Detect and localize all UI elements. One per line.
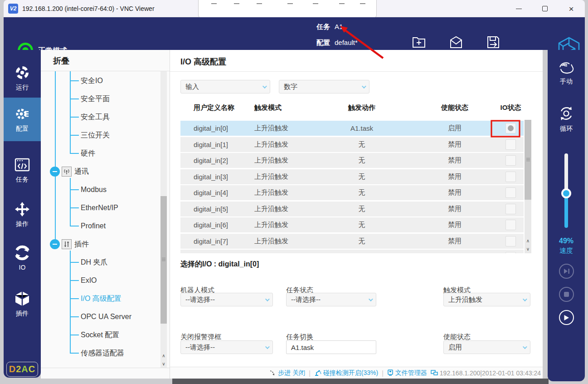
speed-slider-knob[interactable] xyxy=(561,188,571,198)
io-table: digital_in[0]上升沿触发A1.task启用digital_in[1]… xyxy=(180,120,524,253)
io-state-indicator[interactable] xyxy=(505,155,516,166)
io-state-indicator[interactable] xyxy=(505,252,516,253)
sidebar-item-plugin[interactable]: 插件 xyxy=(4,282,41,326)
manual-mode-button[interactable]: 手动 xyxy=(548,60,585,86)
io-state-indicator[interactable] xyxy=(505,139,516,150)
sidebar-item-operate[interactable]: 操作 xyxy=(4,193,41,236)
tree-scroll-down-icon[interactable]: ∨ xyxy=(160,360,167,368)
close-button[interactable]: × xyxy=(567,4,576,13)
tree-collapse-header[interactable]: 折叠 xyxy=(53,55,69,66)
select-触发模式[interactable]: 上升沿触发 xyxy=(443,293,530,306)
file-manager-icon xyxy=(387,369,394,376)
io-state-indicator[interactable] xyxy=(505,123,516,133)
tree-item-DH 夹爪[interactable]: DH 夹爪 xyxy=(70,257,108,267)
select-机器人模式[interactable]: --请选择-- xyxy=(180,293,273,306)
play-button[interactable] xyxy=(559,310,574,325)
config-label: 配置 xyxy=(316,39,330,47)
vnc-toolbar-notch[interactable] xyxy=(198,0,377,18)
speed-value: 49% xyxy=(548,237,585,245)
tree-item-Modbus[interactable]: Modbus xyxy=(70,185,107,195)
tree-collapse-toggle[interactable] xyxy=(50,239,60,249)
stop-button[interactable] xyxy=(559,287,574,302)
vnc-app-icon: V2 xyxy=(8,4,18,14)
task-value: A1 xyxy=(335,23,343,30)
speed-slider[interactable] xyxy=(564,153,568,228)
tree-item-通讯[interactable]: 通讯 xyxy=(74,167,89,177)
hand-icon xyxy=(557,60,575,75)
step-status[interactable]: 步进 关闭 xyxy=(269,369,305,377)
select-任务状态[interactable]: --请选择-- xyxy=(286,293,376,306)
maximize-button[interactable] xyxy=(540,4,549,13)
io-direction-dropdown[interactable]: 输入 xyxy=(180,80,270,94)
select-使能状态[interactable]: 启用 xyxy=(443,340,530,354)
io-state-indicator[interactable] xyxy=(505,204,516,214)
io-advanced-config-panel: I/O 高级配置 输入 数字 用户定义名称 触发模式 触发动作 使能状态 IO状… xyxy=(170,50,543,367)
table-row-digital_in[8][interactable]: digital_in[8]上升沿触发无禁用 xyxy=(180,250,524,253)
file-manager-button[interactable]: 文件管理器 xyxy=(387,369,427,377)
sidebar-item-task[interactable]: 任务 xyxy=(4,149,41,192)
tree-item-传感器适配器[interactable]: 传感器适配器 xyxy=(70,348,124,358)
collision-status[interactable]: 碰撞检测开启(33%) xyxy=(314,369,378,377)
tree-scroll-up-icon[interactable]: ∧ xyxy=(160,352,167,359)
input-任务切换[interactable]: A1.task xyxy=(286,340,376,354)
select-关闭报警弹框[interactable]: --请选择-- xyxy=(180,340,273,354)
chevron-down-icon xyxy=(362,84,366,89)
tree-scrollbar[interactable]: ∧ ∨ xyxy=(160,71,167,368)
tree-item-安全工具[interactable]: 安全工具 xyxy=(70,112,110,122)
tree-item-Profinet[interactable]: Profinet xyxy=(70,221,106,231)
io-on-dot xyxy=(508,125,514,131)
config-value: default* xyxy=(335,39,358,46)
io-state-indicator[interactable] xyxy=(505,172,516,182)
tree-item-OPC UA Server[interactable]: OPC UA Server xyxy=(70,312,131,322)
sidebar-item-run[interactable]: 运行 xyxy=(4,56,41,100)
loop-mode-button[interactable]: 循环 xyxy=(548,104,585,133)
step-play-button[interactable] xyxy=(559,264,574,279)
table-row-digital_in[2][interactable]: digital_in[2]上升沿触发无禁用 xyxy=(180,153,524,168)
tree-item-EtherNet/IP[interactable]: EtherNet/IP xyxy=(70,203,118,213)
loop-icon xyxy=(557,104,575,123)
table-scroll-down-icon[interactable]: ∨ xyxy=(525,245,531,253)
io-state-indicator[interactable] xyxy=(505,236,516,246)
table-row-digital_in[4][interactable]: digital_in[4]上升沿触发无禁用 xyxy=(180,185,524,200)
table-scrollbar-thumb[interactable] xyxy=(525,120,531,200)
tree-item-ExIO[interactable]: ExIO xyxy=(70,276,97,286)
table-scrollbar[interactable]: ∧ ∨ xyxy=(525,120,531,253)
tree-scrollbar-thumb[interactable] xyxy=(160,196,167,324)
desktop: V2 192.168.1.200 (intel-corei7-64:0) - V… xyxy=(0,0,588,384)
table-row-digital_in[7][interactable]: digital_in[7]上升沿触发无禁用 xyxy=(180,234,524,249)
speed-label: 速度 xyxy=(548,246,585,255)
tree-item-I/O 高级配置[interactable]: I/O 高级配置 xyxy=(70,294,121,304)
step-icon xyxy=(269,370,276,376)
tree-collapse-toggle[interactable] xyxy=(50,167,60,177)
config-tree-panel: 折叠 安全IO安全平面安全工具三位开关硬件通讯ModbusEtherNet/IP… xyxy=(41,50,170,379)
tree-item-安全平面[interactable]: 安全平面 xyxy=(70,94,110,104)
save-icon xyxy=(486,35,501,49)
io-state-indicator[interactable] xyxy=(505,220,516,230)
task-label: 任务 xyxy=(316,23,330,31)
tree-item-Socket 配置[interactable]: Socket 配置 xyxy=(70,330,119,340)
tree-item-插件[interactable]: 插件 xyxy=(74,239,89,249)
table-row-digital_in[6][interactable]: digital_in[6]上升沿触发无禁用 xyxy=(180,217,524,232)
table-scroll-up-icon[interactable]: ∧ xyxy=(525,237,531,245)
chevron-down-icon xyxy=(265,297,270,301)
sidebar-item-config[interactable]: 配置 xyxy=(4,98,41,141)
tree-item-硬件[interactable]: 硬件 xyxy=(70,148,95,158)
minimize-button[interactable] xyxy=(514,4,523,13)
left-sidebar: 运行配置任务操作IO插件D2AC xyxy=(4,50,41,378)
play-icon xyxy=(564,315,569,321)
run-icon xyxy=(14,64,30,81)
window-title: 192.168.1.200 (intel-corei7-64:0) - VNC … xyxy=(22,5,155,12)
table-row-digital_in[3][interactable]: digital_in[3]上升沿触发无禁用 xyxy=(180,169,524,184)
step-play-icon xyxy=(564,268,570,274)
table-row-digital_in[0][interactable]: digital_in[0]上升沿触发A1.task启用 xyxy=(180,121,524,136)
tree-item-安全IO[interactable]: 安全IO xyxy=(70,76,103,86)
selected-io-label: 选择的I/O : digital_in[0] xyxy=(180,260,259,269)
io-state-indicator[interactable] xyxy=(505,187,516,198)
table-row-digital_in[5][interactable]: digital_in[5]上升沿触发无禁用 xyxy=(180,202,524,217)
io-type-dropdown[interactable]: 数字 xyxy=(279,80,369,94)
d2ac-badge[interactable]: D2AC xyxy=(6,362,38,377)
right-sidebar: 手动 循环 49% 速度 xyxy=(548,50,585,381)
tree-item-三位开关[interactable]: 三位开关 xyxy=(70,130,110,140)
sidebar-item-io[interactable]: IO xyxy=(4,236,41,280)
table-row-digital_in[1][interactable]: digital_in[1]上升沿触发无禁用 xyxy=(180,137,524,152)
